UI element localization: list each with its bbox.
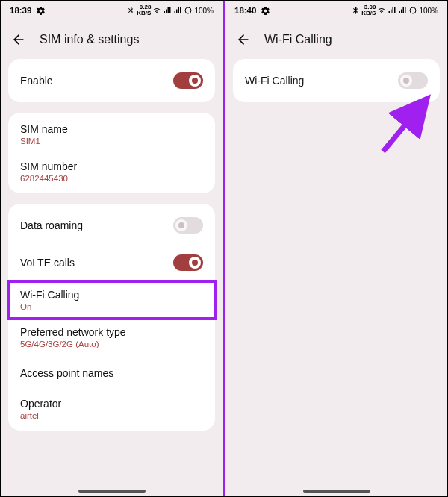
pref-network-value: 5G/4G/3G/2G (Auto) bbox=[20, 340, 126, 348]
nav-bar[interactable] bbox=[225, 486, 447, 496]
operator-row[interactable]: Operator airtel bbox=[8, 390, 215, 428]
enable-row[interactable]: Enable bbox=[8, 62, 215, 99]
alarm-icon bbox=[408, 6, 417, 15]
signal-icon-2 bbox=[398, 6, 407, 15]
battery-percent: 100% bbox=[419, 7, 438, 15]
bluetooth-icon bbox=[351, 6, 360, 15]
sim-name-row[interactable]: SIM name SIM1 bbox=[8, 116, 215, 153]
enable-label: Enable bbox=[20, 75, 53, 87]
operator-label: Operator bbox=[20, 398, 61, 410]
wifi-calling-toggle-label: Wi-Fi Calling bbox=[245, 75, 304, 87]
status-bar: 18:39 0.28 KB/S 100% bbox=[1, 1, 223, 20]
pref-network-row[interactable]: Preferred network type 5G/4G/3G/2G (Auto… bbox=[8, 319, 215, 356]
data-rate: 3.00 KB/S bbox=[361, 4, 376, 16]
wifi-calling-card: Wi-Fi Calling bbox=[233, 59, 440, 102]
alarm-icon bbox=[184, 6, 193, 15]
enable-toggle[interactable] bbox=[173, 72, 203, 89]
status-bar: 18:40 3.00 KB/S 100% bbox=[225, 1, 447, 20]
signal-icon-2 bbox=[173, 6, 182, 15]
network-card: Data roaming VoLTE calls Wi-Fi Calling O… bbox=[8, 204, 215, 431]
data-rate: 0.28 KB/S bbox=[137, 4, 151, 16]
svg-point-0 bbox=[185, 7, 191, 13]
wifi-calling-toggle[interactable] bbox=[398, 72, 428, 89]
phone-left: 18:39 0.28 KB/S 100% bbox=[1, 1, 224, 496]
enable-card: Enable bbox=[8, 59, 215, 102]
clock-time: 18:40 bbox=[234, 6, 256, 15]
wifi-calling-value: On bbox=[20, 302, 79, 311]
wifi-calling-row[interactable]: Wi-Fi Calling On bbox=[8, 281, 215, 319]
bluetooth-icon bbox=[126, 6, 135, 15]
volte-row[interactable]: VoLTE calls bbox=[8, 244, 215, 281]
wifi-icon bbox=[152, 6, 161, 15]
signal-icon bbox=[163, 6, 172, 15]
page-header: Wi-Fi Calling bbox=[225, 20, 447, 59]
sim-number-row[interactable]: SIM number 6282445430 bbox=[8, 153, 215, 190]
apn-label: Access point names bbox=[20, 367, 113, 379]
page-title: Wi-Fi Calling bbox=[264, 33, 332, 46]
page-title: SIM info & settings bbox=[40, 33, 139, 46]
phone-right: 18:40 3.00 KB/S 100% bbox=[224, 1, 447, 496]
sim-name-label: SIM name bbox=[20, 123, 68, 135]
back-icon[interactable] bbox=[11, 32, 26, 47]
wifi-icon bbox=[377, 6, 386, 15]
wifi-calling-label: Wi-Fi Calling bbox=[20, 289, 79, 301]
gear-icon bbox=[261, 6, 270, 16]
back-icon[interactable] bbox=[236, 32, 251, 47]
volte-toggle[interactable] bbox=[173, 254, 203, 271]
sim-number-value: 6282445430 bbox=[20, 174, 77, 183]
operator-value: airtel bbox=[20, 411, 61, 420]
data-roaming-row[interactable]: Data roaming bbox=[8, 207, 215, 244]
sim-card: SIM name SIM1 SIM number 6282445430 bbox=[8, 113, 215, 193]
apn-row[interactable]: Access point names bbox=[8, 356, 215, 390]
gear-icon bbox=[36, 6, 46, 16]
volte-label: VoLTE calls bbox=[20, 257, 75, 269]
sim-name-value: SIM1 bbox=[20, 137, 68, 146]
page-header: SIM info & settings bbox=[1, 20, 223, 59]
svg-point-1 bbox=[410, 7, 416, 13]
signal-icon bbox=[388, 6, 396, 15]
battery-percent: 100% bbox=[194, 7, 214, 15]
data-roaming-label: Data roaming bbox=[20, 219, 83, 231]
wifi-calling-toggle-row[interactable]: Wi-Fi Calling bbox=[233, 62, 440, 99]
clock-time: 18:39 bbox=[10, 6, 31, 15]
sim-number-label: SIM number bbox=[20, 160, 77, 172]
nav-bar[interactable] bbox=[1, 486, 223, 496]
data-roaming-toggle[interactable] bbox=[173, 217, 203, 234]
pref-network-label: Preferred network type bbox=[20, 326, 126, 338]
